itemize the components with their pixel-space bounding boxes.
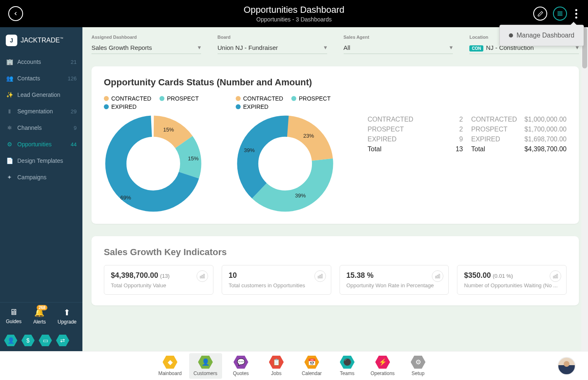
hex-money-button[interactable]: $ bbox=[21, 335, 35, 346]
upgrade-button[interactable]: ⬆ Upgrade bbox=[58, 307, 77, 325]
sidebar-icon: 👥 bbox=[6, 75, 13, 82]
filter-dashboard: Assigned Dashboard Sales Growth Reports▾ bbox=[91, 35, 201, 54]
hex-transfer-button[interactable]: ⇄ bbox=[56, 335, 69, 346]
svg-rect-18 bbox=[319, 275, 320, 278]
sidebar-item-channels[interactable]: ⚛Channels9 bbox=[0, 120, 82, 136]
sidebar-item-label: Accounts bbox=[17, 59, 71, 65]
bottomnav-icon: 📋 bbox=[269, 356, 284, 369]
sidebar-item-contacts[interactable]: 👥Contacts126 bbox=[0, 70, 82, 87]
legend-dot-icon bbox=[104, 96, 109, 101]
bottomnav-operations[interactable]: ⚡Operations bbox=[366, 353, 399, 379]
manage-dashboard-item[interactable]: Manage Dashboard bbox=[509, 32, 574, 39]
stats-count: CONTRACTED2 PROSPECT2 EXPIRED9 Total13 bbox=[368, 95, 463, 155]
svg-rect-17 bbox=[318, 276, 319, 278]
monitor-icon: 🖥 bbox=[6, 307, 21, 317]
dot-icon bbox=[575, 16, 577, 19]
bottomnav-calendar[interactable]: 📅Calendar bbox=[295, 353, 328, 379]
stats-amount: CONTRACTED$1,000,000.00 PROSPECT$1,700,0… bbox=[471, 95, 567, 155]
manage-dashboard-label: Manage Dashboard bbox=[516, 32, 574, 39]
kpi-value: $350.00 bbox=[464, 271, 491, 279]
sidebar-item-label: Segmentation bbox=[17, 108, 71, 115]
bottomnav-icon: ⚡ bbox=[375, 356, 390, 369]
bottomnav-mainboard[interactable]: ◆Mainboard bbox=[154, 353, 187, 379]
alerts-button[interactable]: 268 🔔 Alerts bbox=[33, 307, 46, 325]
donut-chart-number: 15% 15% 69% bbox=[104, 114, 203, 213]
pencil-icon bbox=[537, 11, 543, 17]
back-button[interactable] bbox=[8, 6, 23, 21]
sidebar-item-campaigns[interactable]: ✦Campaigns bbox=[0, 169, 82, 185]
filter-label: Board bbox=[218, 35, 327, 40]
bottomnav-jobs[interactable]: 📋Jobs bbox=[260, 353, 293, 379]
sidebar-item-count: 9 bbox=[74, 125, 77, 131]
more-menu-button[interactable] bbox=[573, 7, 580, 21]
slice-label: 39% bbox=[244, 147, 255, 153]
sidebar-item-opportunities[interactable]: ⚙Opportunities44 bbox=[0, 136, 82, 152]
svg-rect-16 bbox=[204, 274, 204, 278]
bottomnav-label: Jobs bbox=[260, 371, 293, 376]
sidebar-bottom: 🖥 Guides 268 🔔 Alerts ⬆ Upgrade bbox=[0, 302, 82, 330]
bottomnav-customers[interactable]: 👤Customers bbox=[189, 353, 222, 379]
dot-icon bbox=[575, 13, 577, 15]
sidebar-item-accounts[interactable]: 🏢Accounts21 bbox=[0, 54, 82, 70]
filter-label: Assigned Dashboard bbox=[91, 35, 201, 40]
sidebar-icon: ⚙ bbox=[6, 141, 13, 148]
avatar[interactable] bbox=[558, 357, 576, 375]
bottomnav-setup[interactable]: ⚙Setup bbox=[402, 353, 435, 379]
chevron-left-icon bbox=[13, 11, 19, 16]
legend-dot-icon bbox=[236, 96, 241, 101]
svg-rect-24 bbox=[555, 275, 556, 278]
kpi-card-item[interactable]: 10 Total customers in Opportunities bbox=[222, 265, 331, 295]
sidebar-item-label: Channels bbox=[17, 124, 74, 131]
bottomnav-teams[interactable]: ⚫Teams bbox=[331, 353, 364, 379]
legend-dot-icon bbox=[159, 96, 164, 101]
card-title: Opportunity Cards Status (Number and Amo… bbox=[104, 77, 567, 88]
sidebar-item-count: 44 bbox=[71, 141, 77, 148]
donut-number-block: CONTRACTED PROSPECT EXPIRED 15% bbox=[104, 95, 227, 213]
logo[interactable]: J JACKTRADE™ bbox=[0, 27, 82, 54]
caret-down-icon: ▾ bbox=[450, 44, 453, 51]
list-button[interactable] bbox=[553, 7, 567, 21]
kpi-card-item[interactable]: 15.38 % Opportunity Won Rate in Percenta… bbox=[340, 265, 449, 295]
agent-select[interactable]: All▾ bbox=[344, 41, 453, 54]
kpi-card-item[interactable]: $350.00 (0.01 %)Number of Opportunities … bbox=[457, 265, 567, 295]
kpi-desc: Total Opportunity Value bbox=[111, 282, 206, 289]
sidebar-icon: 🏢 bbox=[6, 58, 13, 66]
bottomnav-quotes[interactable]: 💬Quotes bbox=[225, 353, 258, 379]
kpi-value: 10 bbox=[229, 271, 237, 279]
dollar-icon: $ bbox=[26, 337, 30, 344]
chart-icon bbox=[314, 270, 326, 282]
legend: CONTRACTED PROSPECT EXPIRED bbox=[104, 95, 227, 110]
location-badge: CON bbox=[469, 45, 483, 52]
bottomnav-icon: 📅 bbox=[305, 356, 319, 369]
kpi-card-item[interactable]: $4,398,700.00 (13)Total Opportunity Valu… bbox=[104, 265, 213, 295]
sidebar-item-label: Design Templates bbox=[17, 157, 77, 164]
card-icon: ▭ bbox=[43, 337, 48, 344]
sidebar-item-design-templates[interactable]: 📄Design Templates bbox=[0, 152, 82, 169]
legend-dot-icon bbox=[104, 104, 109, 109]
bottomnav-label: Customers bbox=[189, 371, 222, 376]
user-icon: 👤 bbox=[7, 337, 14, 344]
edit-button[interactable] bbox=[533, 7, 547, 21]
scrollbar[interactable] bbox=[581, 27, 588, 351]
sidebar: J JACKTRADE™ 🏢Accounts21👥Contacts126✨Lea… bbox=[0, 27, 82, 351]
guides-button[interactable]: 🖥 Guides bbox=[6, 307, 21, 325]
sidebar-item-label: Contacts bbox=[17, 75, 68, 82]
sidebar-item-label: Campaigns bbox=[17, 174, 77, 181]
logo-mark-icon: J bbox=[6, 35, 17, 46]
sidebar-icon: ✨ bbox=[6, 91, 13, 99]
dashboard-select[interactable]: Sales Growth Reports▾ bbox=[91, 41, 201, 54]
chart-icon bbox=[432, 270, 443, 282]
sidebar-icon: ✦ bbox=[6, 174, 13, 181]
filter-board: Board Union NJ - Fundraiser▾ bbox=[218, 35, 327, 54]
hex-card-button[interactable]: ▭ bbox=[39, 335, 52, 346]
board-select[interactable]: Union NJ - Fundraiser▾ bbox=[218, 41, 327, 54]
donut-chart-amount: 23% 39% 39% bbox=[236, 114, 335, 213]
hex-user-button[interactable]: 👤 bbox=[4, 335, 17, 346]
svg-rect-19 bbox=[321, 274, 322, 278]
sidebar-item-label: Opportunities bbox=[17, 141, 71, 148]
sidebar-item-lead-generation[interactable]: ✨Lead Generation bbox=[0, 87, 82, 103]
logo-text: JACKTRADE™ bbox=[21, 37, 63, 44]
kpi-desc: Number of Opportunities Waiting (No ... bbox=[464, 282, 560, 289]
chart-icon bbox=[197, 270, 208, 282]
sidebar-item-segmentation[interactable]: ⫴Segmentation29 bbox=[0, 103, 82, 120]
